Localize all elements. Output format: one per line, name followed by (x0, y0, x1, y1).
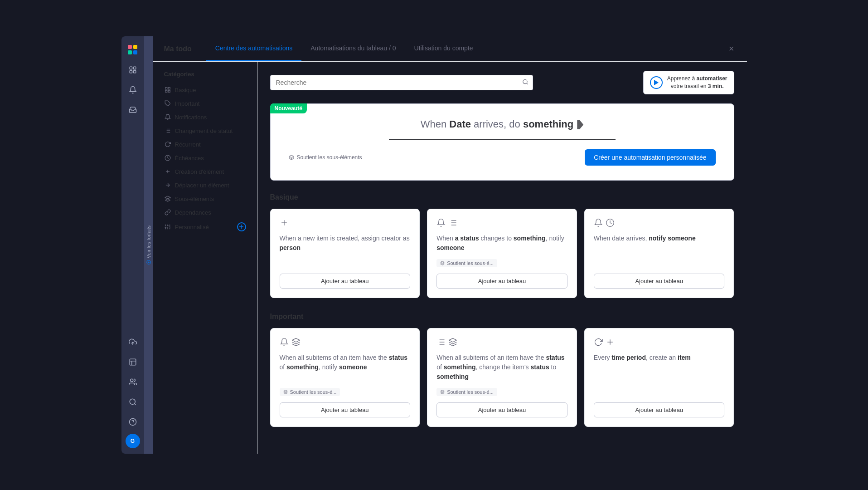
sidebar-item-personnalise[interactable]: Personnalisé + (160, 219, 250, 235)
search-icon (522, 78, 529, 86)
nav-home[interactable] (125, 62, 141, 78)
sidebar-item-deplacer[interactable]: Déplacer un élément (160, 178, 250, 192)
sidebar-item-echeances[interactable]: Échéances (160, 151, 250, 165)
personnalise-add-button[interactable]: + (237, 222, 246, 231)
card-body-2: When a status changes to something, noti… (436, 234, 567, 253)
sidebar: Catégories Basique Important (153, 62, 257, 454)
card-tag-2: Soutient les sous-é... (436, 259, 497, 267)
learn-text: Apprenez à automatiser votre travail en … (667, 75, 727, 90)
card-important-2: When all subitems of an item have the st… (427, 328, 577, 427)
sidebar-item-basique[interactable]: Basique (160, 83, 250, 97)
card-body-5: When all subitems of an item have the st… (436, 353, 567, 382)
nav-inbox[interactable] (125, 102, 141, 118)
svg-marker-57 (441, 261, 444, 263)
sidebar-item-creation[interactable]: Création d'élément (160, 165, 250, 178)
left-nav: G (121, 36, 144, 454)
tab-compte[interactable]: Utilisation du compte (405, 36, 482, 61)
svg-marker-47 (654, 80, 659, 85)
play-icon (650, 76, 663, 89)
card-icons-3 (594, 218, 725, 227)
cursor-icon (577, 120, 583, 129)
grid-icon (164, 86, 171, 93)
card-add-btn-4[interactable]: Ajouter au tableau (280, 402, 411, 417)
nav-avatar[interactable]: G (126, 434, 140, 448)
svg-rect-9 (130, 359, 136, 365)
sidebar-item-notifications[interactable]: Notifications (160, 110, 250, 124)
search-input[interactable] (270, 75, 533, 90)
sidebar-label-deplacer: Déplacer un élément (175, 182, 246, 189)
nav-users[interactable] (125, 374, 141, 390)
nav-upload[interactable] (125, 334, 141, 350)
search-row: Apprenez à automatiser votre travail en … (270, 71, 734, 94)
sidebar-item-recurrent[interactable]: Récurrent (160, 137, 250, 151)
card-add-btn-6[interactable]: Ajouter au tableau (594, 402, 725, 417)
list-icon (164, 127, 171, 134)
tag-icon (164, 100, 171, 107)
card-add-btn-5[interactable]: Ajouter au tableau (436, 402, 567, 417)
tab-automatisations[interactable]: Centre des automatisations (206, 36, 301, 61)
forfaits-btn[interactable]: Voir les forfaits (144, 36, 153, 454)
nav-table[interactable] (125, 354, 141, 370)
sidebar-item-changement[interactable]: Changement de statut (160, 124, 250, 137)
svg-rect-7 (133, 71, 136, 73)
svg-rect-20 (165, 88, 167, 89)
refresh-icon (164, 141, 171, 148)
card-icons-5 (436, 338, 567, 347)
sidebar-item-sous-elements[interactable]: Sous-éléments (160, 192, 250, 206)
svg-marker-67 (449, 338, 457, 342)
sidebar-label-dependances: Dépendances (175, 209, 246, 216)
sidebar-label-basique: Basique (175, 87, 246, 93)
sliders-icon (164, 223, 171, 230)
learn-button[interactable]: Apprenez à automatiser votre travail en … (643, 71, 734, 94)
banner-footer: Soutient les sous-éléments Créer une aut… (289, 149, 716, 166)
nav-logo[interactable] (125, 42, 141, 58)
modal-body: Catégories Basique Important (153, 62, 747, 454)
sidebar-label-sous-elements: Sous-éléments (175, 196, 246, 202)
close-button[interactable]: × (727, 42, 736, 56)
section-basique-title: Basique (270, 193, 734, 201)
svg-point-45 (523, 79, 527, 83)
modal-tabs: Centre des automatisations Automatisatio… (206, 36, 727, 61)
nav-bell[interactable] (125, 82, 141, 98)
svg-rect-6 (130, 71, 132, 73)
banner-something: something (523, 118, 573, 130)
nav-help[interactable] (125, 414, 141, 430)
tab-tableau[interactable]: Automatisations du tableau / 0 (301, 36, 405, 61)
card-add-btn-3[interactable]: Ajouter au tableau (594, 274, 725, 289)
link-icon (164, 209, 171, 216)
card-body-4: When all subitems of an item have the st… (280, 353, 411, 382)
sidebar-item-dependances[interactable]: Dépendances (160, 206, 250, 219)
section-important-title: Important (270, 313, 734, 321)
svg-point-12 (130, 379, 133, 382)
banner-underline (389, 139, 616, 140)
svg-line-14 (134, 403, 136, 405)
sidebar-label-notifications: Notifications (175, 114, 246, 121)
sidebar-label-important: Important (175, 100, 246, 107)
sidebar-item-important[interactable]: Important (160, 97, 250, 110)
svg-rect-23 (168, 90, 170, 92)
card-basique-1: When a new item is created, assign creat… (270, 209, 420, 298)
modal-header: Ma todo Centre des automatisations Autom… (153, 36, 747, 62)
modal-title: Ma todo (164, 45, 192, 53)
card-body-6: Every time period, create an item (594, 353, 725, 396)
new-badge: Nouveauté (270, 103, 307, 113)
card-add-btn-2[interactable]: Ajouter au tableau (436, 274, 567, 289)
sidebar-label-creation: Création d'élément (175, 168, 246, 175)
sidebar-label-changement: Changement de statut (175, 127, 246, 134)
featured-banner: Nouveauté When Date arrives, do somethin… (270, 103, 734, 181)
card-add-btn-1[interactable]: Ajouter au tableau (280, 274, 411, 289)
nav-search[interactable] (125, 394, 141, 410)
search-wrapper (270, 75, 533, 90)
svg-marker-68 (441, 390, 444, 392)
sidebar-label-personnalise: Personnalisé (175, 224, 233, 230)
clock-icon (164, 154, 171, 162)
card-icons-4 (280, 338, 411, 347)
card-basique-3: When date arrives, notify someone Ajoute… (584, 209, 734, 298)
sidebar-label-echeances: Échéances (175, 155, 246, 162)
supports-sub-label: Soutient les sous-éléments (289, 154, 362, 161)
card-icons-6 (594, 338, 725, 347)
plus-icon (164, 168, 171, 175)
svg-rect-5 (133, 67, 136, 69)
svg-rect-4 (130, 67, 132, 69)
create-automation-button[interactable]: Créer une automatisation personnalisée (585, 149, 715, 166)
